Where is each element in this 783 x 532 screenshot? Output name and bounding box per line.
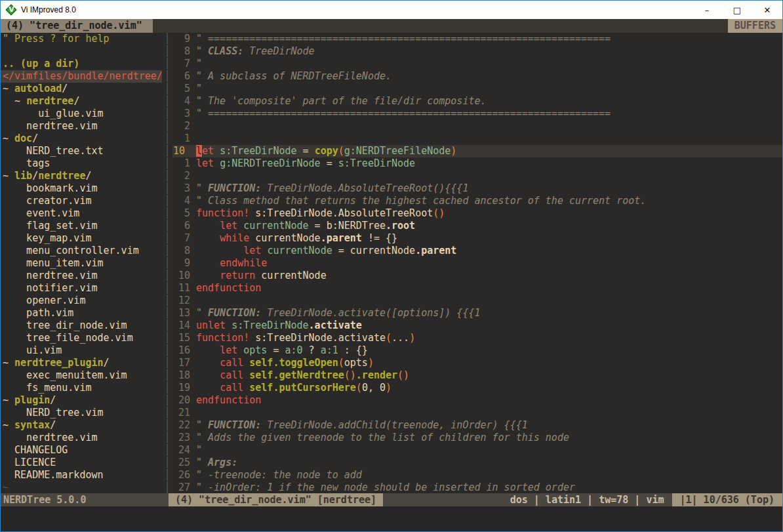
tree-item[interactable] xyxy=(3,45,162,58)
code-line[interactable]: 6 let currentNode = b:NERDTree.root xyxy=(172,220,782,232)
code-text: let opts = a:0 ? a:1 : {} xyxy=(196,344,368,357)
code-line[interactable]: 8" CLASS: TreeDirNode xyxy=(172,45,782,58)
buffers-label[interactable]: BUFFERS xyxy=(728,19,782,33)
code-line[interactable]: 21 xyxy=(172,407,782,419)
code-line[interactable]: 5function! s:TreeDirNode.AbsoluteTreeRoo… xyxy=(172,207,782,220)
code-line[interactable]: 22" FUNCTION: TreeDirNode.addChild(treen… xyxy=(172,419,782,432)
tree-item[interactable]: nerdtree.vim xyxy=(3,432,162,444)
minimize-button[interactable]: – xyxy=(692,1,722,19)
code-line[interactable]: 3" FUNCTION: TreeDirNode.AbsoluteTreeRoo… xyxy=(172,182,782,195)
command-line[interactable] xyxy=(1,506,782,531)
tree-item[interactable]: ~ syntax/ xyxy=(3,419,162,432)
tree-item[interactable]: tree_file_node.vim xyxy=(3,332,162,344)
split-separator-glyph: │ xyxy=(162,108,172,120)
maximize-button[interactable]: □ xyxy=(722,1,752,19)
tree-item[interactable]: notifier.vim xyxy=(3,282,162,295)
tree-item[interactable]: nerdtree.vim xyxy=(3,270,162,282)
tree-item[interactable]: menu_item.vim xyxy=(3,257,162,270)
tree-item[interactable]: ui.vim xyxy=(3,344,162,357)
code-line[interactable]: 1let g:NERDTreeDirNode = s:TreeDirNode xyxy=(172,157,782,170)
code-line[interactable]: 15function! s:TreeDirNode.activate(...) xyxy=(172,332,782,344)
tree-item[interactable]: path.vim xyxy=(3,307,162,319)
code-line[interactable]: 3" =====================================… xyxy=(172,108,782,120)
vim-window: V Vi IMproved 8.0 – □ ✕ (4) "tree_dir_no… xyxy=(0,0,783,532)
tree-item[interactable]: " Press ? for help xyxy=(3,33,162,45)
code-line[interactable]: 14unlet s:TreeDirNode.activate xyxy=(172,319,782,332)
code-line-current[interactable]: 10let s:TreeDirNode = copy(g:NERDTreeFil… xyxy=(172,145,782,157)
code-text: " FUNCTION: TreeDirNode.addChild(treenod… xyxy=(196,419,528,432)
code-line[interactable]: 4" The 'composite' part of the file/dir … xyxy=(172,95,782,108)
code-text: let currentNode = currentNode.parent xyxy=(196,245,456,257)
tree-item[interactable]: menu_controller.vim xyxy=(3,245,162,257)
code-line[interactable]: 9 endwhile xyxy=(172,257,782,270)
code-text: call self.getNerdtree().render() xyxy=(196,369,409,382)
tree-item[interactable]: event.vim xyxy=(3,207,162,220)
tree-item[interactable]: key_map.vim xyxy=(3,232,162,245)
code-line[interactable]: 6" A subclass of NERDTreeFileNode. xyxy=(172,70,782,83)
split-separator-glyph: │ xyxy=(162,120,172,133)
code-line[interactable]: 25" Args: xyxy=(172,457,782,469)
code-line[interactable]: 26" -treenode: the node to add xyxy=(172,469,782,481)
line-number: 26 xyxy=(172,469,196,481)
code-line[interactable]: 20endfunction xyxy=(172,394,782,407)
tree-root-path[interactable]: </vimfiles/bundle/nerdtree/ xyxy=(1,70,162,83)
code-line[interactable]: 27" -inOrder: 1 if the new node should b… xyxy=(172,481,782,493)
tree-item[interactable]: CHANGELOG xyxy=(3,444,162,457)
tree-item[interactable]: ~ xyxy=(3,481,162,493)
tree-item[interactable]: ~ plugin/ xyxy=(3,394,162,407)
close-button[interactable]: ✕ xyxy=(752,1,782,19)
tree-item[interactable]: .. (up a dir) xyxy=(3,58,162,70)
tree-item[interactable]: ~ doc/ xyxy=(3,133,162,145)
tree-item[interactable]: README.markdown xyxy=(3,469,162,481)
code-line[interactable]: 9" =====================================… xyxy=(172,33,782,45)
tree-item[interactable]: ~ nerdtree/ xyxy=(3,95,162,108)
line-number: 17 xyxy=(172,357,196,369)
line-number: 4 xyxy=(172,95,196,108)
code-line[interactable]: 12 xyxy=(172,295,782,307)
code-line[interactable]: 5" xyxy=(172,83,782,95)
split-separator[interactable]: │││││││││││││││││││││││││││││││││││││ xyxy=(162,33,172,493)
code-line[interactable]: 7" xyxy=(172,58,782,70)
code-line[interactable]: 24" xyxy=(172,444,782,457)
tree-item[interactable]: LICENCE xyxy=(3,457,162,469)
tree-item[interactable]: tags xyxy=(3,157,162,170)
tree-item[interactable]: ~ lib/nerdtree/ xyxy=(3,170,162,182)
tree-item[interactable]: flag_set.vim xyxy=(3,220,162,232)
tree-item[interactable]: exec_menuitem.vim xyxy=(3,369,162,382)
code-line[interactable]: 1 xyxy=(172,133,782,145)
tree-item[interactable]: nerdtree.vim xyxy=(3,120,162,133)
code-line[interactable]: 18 call self.getNerdtree().render() xyxy=(172,369,782,382)
code-line[interactable]: 13" FUNCTION: TreeDirNode.activate([opti… xyxy=(172,307,782,319)
tree-item[interactable]: creator.vim xyxy=(3,195,162,207)
code-text: " The 'composite' part of the file/dir c… xyxy=(196,95,487,108)
tree-item[interactable]: bookmark.vim xyxy=(3,182,162,195)
status-format-info: dos | latin1 | tw=78 | vim xyxy=(510,493,672,506)
tree-item[interactable]: NERD_tree.vim xyxy=(3,407,162,419)
code-line[interactable]: 2 xyxy=(172,120,782,133)
tree-item[interactable]: NERD_tree.txt xyxy=(3,145,162,157)
tree-item[interactable]: ui_glue.vim xyxy=(3,108,162,120)
code-line[interactable]: 4" Class method that returns the highest… xyxy=(172,195,782,207)
tree-item[interactable]: opener.vim xyxy=(3,295,162,307)
code-line[interactable]: 11endfunction xyxy=(172,282,782,295)
code-line[interactable]: 7 while currentNode.parent != {} xyxy=(172,232,782,245)
code-line[interactable]: 10 return currentNode xyxy=(172,270,782,282)
tree-item[interactable]: ~ nerdtree_plugin/ xyxy=(3,357,162,369)
code-text: let s:TreeDirNode = copy(g:NERDTreeFileN… xyxy=(196,145,456,157)
line-number: 2 xyxy=(172,120,196,133)
tree-item[interactable]: ~ autoload/ xyxy=(3,83,162,95)
tree-item[interactable]: tree_dir_node.vim xyxy=(3,319,162,332)
tab-active[interactable]: (4) "tree_dir_node.vim" xyxy=(1,19,153,33)
code-line[interactable]: 16 let opts = a:0 ? a:1 : {} xyxy=(172,344,782,357)
tree-item[interactable]: fs_menu.vim xyxy=(3,382,162,394)
split-separator-glyph: │ xyxy=(162,83,172,95)
code-line[interactable]: 8 let currentNode = currentNode.parent xyxy=(172,245,782,257)
line-number: 1 xyxy=(172,133,196,145)
code-line[interactable]: 2 xyxy=(172,170,782,182)
split-separator-glyph: │ xyxy=(162,45,172,58)
split-separator-glyph: │ xyxy=(162,344,172,357)
code-line[interactable]: 17 call self.toggleOpen(opts) xyxy=(172,357,782,369)
line-number: 15 xyxy=(172,332,196,344)
code-line[interactable]: 23" Adds the given treenode to the list … xyxy=(172,432,782,444)
code-line[interactable]: 19 call self.putCursorHere(0, 0) xyxy=(172,382,782,394)
